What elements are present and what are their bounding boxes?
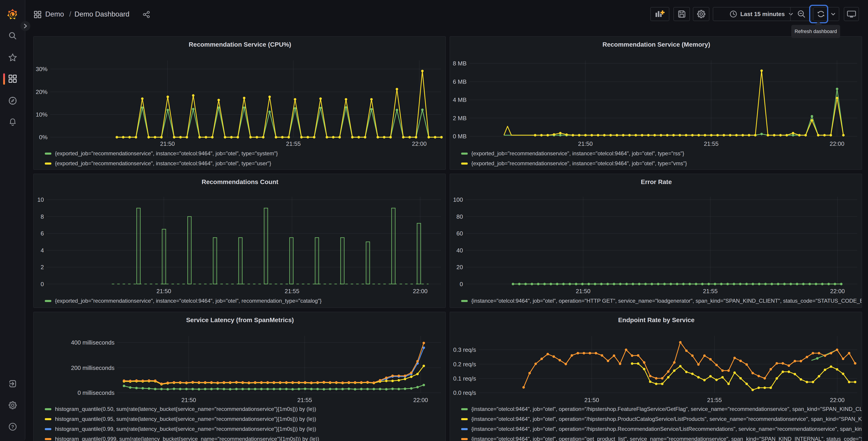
svg-text:21:55: 21:55 (285, 288, 299, 295)
svg-text:21:55: 21:55 (703, 288, 717, 295)
svg-text:Recommendation Service (Memory: Recommendation Service (Memory) (602, 41, 710, 48)
svg-text:2 MB: 2 MB (453, 115, 467, 122)
svg-text:80: 80 (456, 213, 463, 220)
svg-text:Error Rate: Error Rate (641, 178, 672, 185)
svg-text:0.0 req/s: 0.0 req/s (453, 389, 476, 396)
svg-text:{exported_job="recommendations: {exported_job="recommendationservice", i… (55, 160, 271, 167)
svg-text:21:50: 21:50 (576, 288, 590, 295)
svg-text:{exported_job="recommendations: {exported_job="recommendationservice", i… (471, 150, 684, 156)
svg-text:0 MB: 0 MB (453, 133, 467, 140)
svg-text:0%: 0% (39, 134, 48, 141)
svg-text:0: 0 (41, 281, 44, 288)
svg-text:21:50: 21:50 (156, 288, 171, 295)
svg-text:200 milliseconds: 200 milliseconds (71, 364, 115, 371)
svg-text:21:50: 21:50 (578, 140, 593, 147)
svg-text:{instance="otelcol:9464", job=: {instance="otelcol:9464", job="otel", op… (471, 426, 862, 432)
svg-text:400 milliseconds: 400 milliseconds (71, 339, 115, 346)
svg-text:0 milliseconds: 0 milliseconds (78, 389, 115, 396)
svg-text:{instance="otelcol:9464", job=: {instance="otelcol:9464", job="otel", op… (471, 406, 862, 412)
svg-text:2: 2 (41, 264, 44, 270)
svg-text:4 MB: 4 MB (453, 96, 467, 103)
svg-text:{instance="otelcol:9464", job=: {instance="otelcol:9464", job="otel", op… (471, 436, 862, 441)
svg-text:8 MB: 8 MB (453, 60, 467, 67)
svg-text:20%: 20% (36, 89, 48, 95)
svg-text:21:55: 21:55 (704, 140, 718, 147)
svg-text:22:00: 22:00 (412, 140, 427, 147)
svg-text:Endpoint Rate by Service: Endpoint Rate by Service (618, 317, 695, 324)
svg-text:6: 6 (41, 230, 44, 237)
svg-text:21:55: 21:55 (286, 140, 301, 147)
svg-text:{exported_job="recommendations: {exported_job="recommendationservice", i… (55, 150, 278, 156)
svg-text:21:55: 21:55 (707, 396, 722, 404)
svg-text:0.2 req/s: 0.2 req/s (453, 361, 476, 368)
svg-text:{instance="otelcol:9464", job=: {instance="otelcol:9464", job="otel", op… (471, 298, 862, 304)
svg-text:21:50: 21:50 (584, 396, 599, 404)
svg-text:22:00: 22:00 (830, 288, 845, 295)
svg-text:histogram_quantile(0.95, sum(r: histogram_quantile(0.95, sum(rate(latenc… (55, 416, 316, 422)
svg-text:21:50: 21:50 (160, 140, 175, 147)
svg-text:20: 20 (456, 264, 463, 270)
svg-text:21:55: 21:55 (297, 396, 312, 404)
svg-text:22:00: 22:00 (830, 396, 844, 404)
svg-text:30%: 30% (36, 66, 48, 72)
svg-text:22:00: 22:00 (413, 396, 428, 404)
svg-text:{exported_job="recommendations: {exported_job="recommendationservice", i… (471, 160, 687, 167)
svg-text:?: ? (11, 424, 14, 429)
svg-text:0: 0 (460, 281, 463, 288)
svg-text:{instance="otelcol:9464", job=: {instance="otelcol:9464", job="otel", op… (471, 416, 862, 422)
svg-text:Recommendation Service (CPU%): Recommendation Service (CPU%) (189, 41, 291, 48)
svg-text:0.3 req/s: 0.3 req/s (453, 346, 476, 353)
svg-text:40: 40 (456, 247, 463, 254)
svg-text:{exported_job="recommendations: {exported_job="recommendationservice", i… (55, 298, 321, 304)
svg-text:100: 100 (453, 196, 463, 203)
svg-text:10: 10 (37, 196, 44, 203)
svg-text:6 MB: 6 MB (453, 78, 467, 85)
svg-text:Service Latency (from SpanMetr: Service Latency (from SpanMetrics) (186, 317, 294, 324)
svg-text:8: 8 (41, 213, 44, 220)
svg-text:10%: 10% (36, 111, 48, 118)
svg-text:22:00: 22:00 (830, 140, 844, 147)
svg-text:Recommendations Count: Recommendations Count (202, 178, 278, 185)
svg-text:histogram_quantile(0.99, sum(r: histogram_quantile(0.99, sum(rate(latenc… (55, 426, 316, 432)
svg-text:22:00: 22:00 (413, 288, 428, 295)
svg-text:60: 60 (456, 230, 463, 237)
svg-text:histogram_quantile(0.50, sum(r: histogram_quantile(0.50, sum(rate(latenc… (55, 406, 316, 412)
svg-text:histogram_quantile(0.999, sum(: histogram_quantile(0.999, sum(rate(laten… (55, 436, 319, 441)
svg-text:4: 4 (41, 247, 44, 254)
svg-text:21:50: 21:50 (181, 396, 196, 404)
svg-text:0.1 req/s: 0.1 req/s (453, 375, 476, 382)
